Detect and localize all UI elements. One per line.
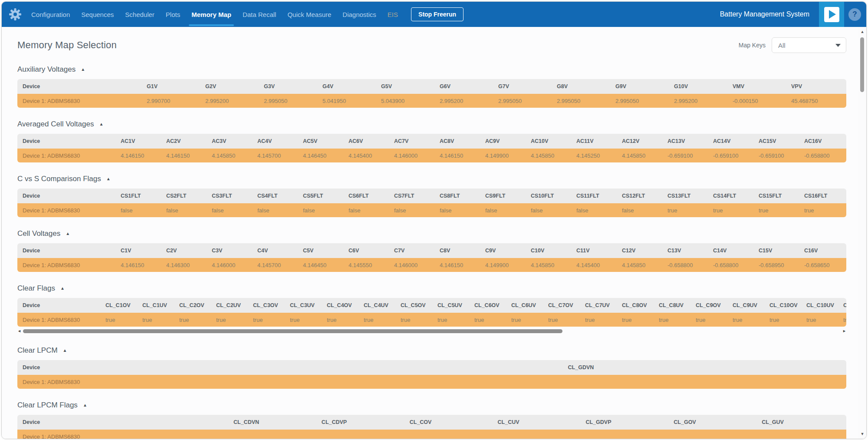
column-header: CL_C2OV: [176, 298, 213, 313]
section-toggle-clear-flags[interactable]: Clear Flags▲: [17, 284, 65, 293]
table-cell: 4.145850: [618, 149, 664, 162]
help-icon[interactable]: ?: [848, 8, 861, 21]
title-row: Memory Map Selection Map Keys All: [17, 37, 846, 53]
stop-freerun-button[interactable]: Stop Freerun: [411, 7, 464, 21]
vertical-scrollbar[interactable]: ▲ ▼: [858, 27, 866, 439]
table-row[interactable]: Device 1: ADBMS6830: [17, 375, 846, 389]
table-row[interactable]: Device 1: ADBMS6830truetruetruetruetruet…: [17, 313, 846, 327]
map-keys-dropdown[interactable]: All: [772, 37, 846, 53]
table-cell: 4.145400: [345, 149, 391, 162]
table-c-vs-s-comparison-flags: DeviceCS1FLTCS2FLTCS3FLTCS4FLTCS5FLTCS6F…: [17, 189, 846, 217]
table-cell: true: [840, 313, 846, 327]
table-cell: Device 1: ADBMS6830: [17, 94, 143, 108]
column-header: CL_GDVN: [565, 360, 846, 375]
table-cell: 4.146450: [299, 149, 345, 162]
scroll-up-icon[interactable]: ▲: [858, 30, 866, 34]
tab-quick-measure[interactable]: Quick Measure: [287, 11, 331, 18]
tab-sequences[interactable]: Sequences: [81, 11, 114, 18]
tab-configuration[interactable]: Configuration: [31, 11, 70, 18]
table-cell: [565, 375, 846, 389]
column-header: C12V: [618, 243, 664, 258]
scroll-left-icon[interactable]: ◄: [17, 329, 21, 333]
table-row[interactable]: Device 1: ADBMS6830: [17, 430, 846, 439]
section-toggle-averaged-cell-voltages[interactable]: Averaged Cell Voltages▲: [17, 120, 103, 129]
tab-plots[interactable]: Plots: [166, 11, 180, 18]
section-title: Clear LPCM Flags: [17, 401, 78, 410]
horizontal-scrollbar-track[interactable]: [23, 329, 841, 333]
section-toggle-c-vs-s-comparison-flags[interactable]: C vs S Comparison Flags▲: [17, 175, 111, 183]
table-cell: true: [176, 313, 213, 327]
column-header: C2V: [163, 243, 208, 258]
table-cell: true: [508, 313, 545, 327]
table-cell: true: [803, 313, 840, 327]
column-header: VPV: [788, 79, 846, 94]
scroll-right-icon[interactable]: ►: [842, 329, 846, 333]
nav-right-group: Battery Management System ?: [720, 2, 866, 27]
column-header: CL_C7UV: [582, 298, 618, 313]
column-header: Device: [17, 189, 117, 203]
table-cell: [318, 430, 406, 439]
tab-diagnostics[interactable]: Diagnostics: [342, 11, 376, 18]
section-toggle-cell-voltages[interactable]: Cell Voltages▲: [17, 229, 70, 238]
table-row[interactable]: Device 1: ADBMS68304.1461504.1461504.145…: [17, 149, 846, 162]
table-cell: 2.990700: [143, 94, 202, 108]
gear-icon[interactable]: [9, 8, 22, 21]
table-cell: 4.149900: [482, 149, 527, 162]
table-row[interactable]: Device 1: ADBMS68302.9907002.9952002.995…: [17, 94, 846, 108]
table-cell: -0.658800: [801, 149, 846, 162]
table-cell: false: [391, 203, 436, 217]
table-cell: true: [434, 313, 471, 327]
table-cell: 45.468750: [788, 94, 846, 108]
table-cell: true: [766, 313, 803, 327]
table-cell: true: [286, 313, 323, 327]
horizontal-scrollbar-thumb[interactable]: [23, 329, 563, 333]
column-header: CS12FLT: [618, 189, 664, 203]
table-cell: -0.658950: [755, 258, 801, 272]
table-cell: Device 1: ADBMS6830: [17, 375, 565, 389]
horizontal-scrollbar[interactable]: ◄►: [17, 328, 846, 334]
table-row[interactable]: Device 1: ADBMS68304.1461504.1463004.146…: [17, 258, 846, 272]
table-cell: Device 1: ADBMS6830: [17, 203, 117, 217]
vertical-scrollbar-thumb[interactable]: [860, 37, 864, 92]
table-cell: true: [323, 313, 360, 327]
column-header: C16V: [801, 243, 846, 258]
table-cell: 4.146300: [163, 258, 208, 272]
section-toggle-auxiliary-voltages[interactable]: Auxiliary Voltages▲: [17, 65, 85, 74]
column-header: AC10V: [527, 134, 573, 149]
table-cell: -0.659100: [710, 149, 755, 162]
column-header: C9V: [482, 243, 527, 258]
collapse-icon: ▲: [106, 177, 111, 181]
table-cell: false: [436, 203, 482, 217]
column-header: C15V: [755, 243, 801, 258]
tab-memory-map[interactable]: Memory Map: [191, 11, 231, 18]
column-header: CL_C6UV: [508, 298, 545, 313]
tab-data-recall[interactable]: Data Recall: [243, 11, 276, 18]
column-header: C13V: [664, 243, 710, 258]
column-header: G8V: [553, 79, 612, 94]
table-cell: 2.995050: [553, 94, 612, 108]
table-cell: 5.041950: [319, 94, 378, 108]
table-cell: [406, 430, 494, 439]
play-button[interactable]: [819, 2, 844, 27]
scroll-down-icon[interactable]: ▼: [858, 432, 866, 436]
column-header: AC6V: [345, 134, 391, 149]
column-header: CS11FLT: [573, 189, 618, 203]
section-toggle-clear-lpcm[interactable]: Clear LPCM▲: [17, 346, 67, 355]
column-header: G3V: [260, 79, 319, 94]
section-clear-lpcm-flags: Clear LPCM Flags▲DeviceCL_CDVNCL_CDVPCL_…: [17, 401, 846, 439]
section-c-vs-s-comparison-flags: C vs S Comparison Flags▲DeviceCS1FLTCS2F…: [17, 175, 846, 217]
table-cell: true: [618, 313, 655, 327]
column-header: CS13FLT: [664, 189, 710, 203]
column-header: CL_C6OV: [471, 298, 508, 313]
app-window: ConfigurationSequencesSchedulerPlotsMemo…: [1, 1, 867, 439]
table-cell: 4.145700: [254, 258, 299, 272]
section-toggle-clear-lpcm-flags[interactable]: Clear LPCM Flags▲: [17, 401, 87, 410]
column-header: Device: [17, 298, 102, 313]
table-cell: 4.146150: [117, 149, 163, 162]
column-header: G5V: [378, 79, 436, 94]
table-cell: 2.995050: [260, 94, 319, 108]
table-cell: 2.995200: [436, 94, 495, 108]
tab-scheduler[interactable]: Scheduler: [125, 11, 155, 18]
chevron-down-icon: [835, 44, 841, 47]
table-row[interactable]: Device 1: ADBMS6830falsefalsefalsefalsef…: [17, 203, 846, 217]
